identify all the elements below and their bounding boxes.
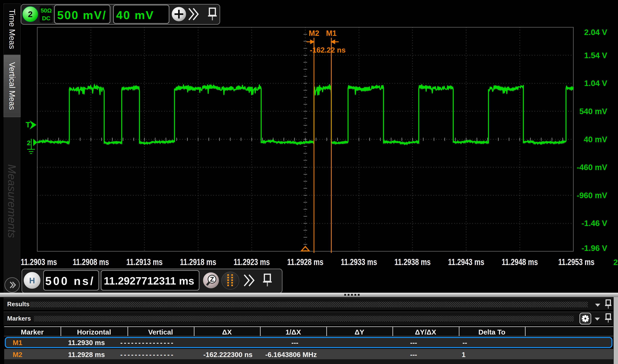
svg-text:540 mV: 540 mV: [579, 107, 607, 116]
svg-text:1.54 V: 1.54 V: [584, 51, 607, 60]
svg-text:11.2938 ms: 11.2938 ms: [394, 257, 431, 267]
svg-text:2: 2: [613, 258, 618, 267]
svg-text:11.2918 ms: 11.2918 ms: [180, 257, 216, 267]
svg-text:11.2923 ms: 11.2923 ms: [234, 257, 270, 267]
svg-text:-162.22 ns: -162.22 ns: [310, 46, 346, 54]
svg-text:11.2913 ms: 11.2913 ms: [126, 257, 163, 267]
svg-text:11.2903 ms: 11.2903 ms: [21, 257, 57, 267]
svg-text:-960 mV: -960 mV: [577, 191, 607, 200]
svg-text:11.2928 ms: 11.2928 ms: [287, 257, 324, 267]
svg-text:11.2933 ms: 11.2933 ms: [341, 257, 377, 267]
svg-text:M2: M2: [309, 29, 319, 38]
svg-text:11.2943 ms: 11.2943 ms: [448, 257, 484, 267]
svg-text:2: 2: [27, 139, 31, 146]
svg-text:M1: M1: [326, 29, 337, 38]
svg-text:-1.96 V: -1.96 V: [581, 244, 607, 252]
svg-text:2.04 V: 2.04 V: [584, 28, 607, 37]
svg-text:-1.46 V: -1.46 V: [581, 219, 607, 228]
svg-text:11.2908 ms: 11.2908 ms: [73, 257, 109, 267]
svg-text:-460 mV: -460 mV: [577, 163, 607, 172]
svg-text:11.2948 ms: 11.2948 ms: [502, 257, 538, 267]
svg-text:1.04 V: 1.04 V: [584, 79, 607, 88]
svg-text:Z: Z: [210, 276, 214, 283]
svg-text:T: T: [26, 121, 30, 129]
svg-text:40 mV: 40 mV: [584, 135, 607, 144]
svg-text:11.2953 ms: 11.2953 ms: [558, 257, 594, 267]
